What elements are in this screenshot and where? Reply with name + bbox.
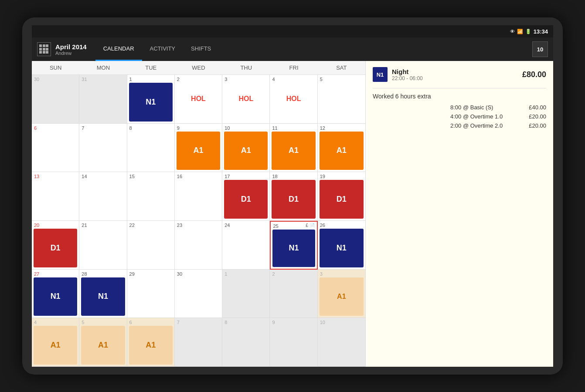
table-row[interactable]: 12 A1 bbox=[318, 124, 365, 172]
table-row[interactable]: 9 A1 bbox=[175, 124, 222, 172]
app-icon bbox=[37, 42, 51, 56]
table-row[interactable]: 8 bbox=[222, 318, 270, 367]
app-subtitle: Andrew bbox=[55, 51, 87, 56]
shift-a1: A1 bbox=[177, 132, 220, 170]
shift-header: N1 Night 22:00 - 06:00 £80.00 bbox=[373, 67, 546, 82]
earnings-icon: £ 📄 bbox=[306, 223, 314, 228]
day-sun: SUN bbox=[32, 61, 79, 74]
tab-bar: CALENDAR ACTIVITY SHIFTS bbox=[95, 37, 532, 61]
wifi-icon: 📶 bbox=[517, 29, 523, 34]
shift-info: Night 22:00 - 06:00 bbox=[392, 68, 518, 81]
table-row[interactable]: 23 bbox=[175, 221, 222, 270]
table-row[interactable]: 21 bbox=[79, 221, 127, 270]
table-row[interactable]: 17 D1 bbox=[222, 172, 270, 221]
table-row[interactable]: 2 HOL bbox=[175, 75, 222, 124]
detail-desc-2: 4:00 @ Overtime 1.0 bbox=[450, 113, 520, 120]
table-row[interactable]: 29 bbox=[127, 270, 175, 318]
table-row[interactable]: 19 D1 bbox=[318, 172, 365, 221]
day-sat: SAT bbox=[318, 61, 365, 74]
table-row[interactable]: 24 bbox=[222, 221, 270, 270]
action-bar-right: 10 bbox=[532, 41, 548, 57]
shift-a1: A1 bbox=[272, 132, 315, 170]
app-title-group: April 2014 Andrew bbox=[55, 43, 87, 56]
shift-d1: D1 bbox=[224, 180, 268, 219]
app-title: April 2014 bbox=[55, 43, 87, 51]
shift-d1: D1 bbox=[34, 229, 77, 267]
shift-d1: D1 bbox=[320, 180, 364, 219]
detail-amount-3: £20.00 bbox=[520, 122, 546, 129]
table-row[interactable]: 31 bbox=[79, 75, 127, 124]
table-row[interactable]: 27 N1 bbox=[32, 270, 79, 318]
table-row[interactable]: 8 bbox=[127, 124, 175, 172]
shift-a1-faded: A1 bbox=[129, 326, 173, 365]
detail-desc-3: 2:00 @ Overtime 2.0 bbox=[450, 122, 520, 129]
table-row[interactable]: 5 bbox=[318, 75, 365, 124]
detail-desc-1: 8:00 @ Basic (S) bbox=[450, 104, 520, 111]
detail-panel: N1 Night 22:00 - 06:00 £80.00 Worked 6 h… bbox=[366, 61, 553, 367]
table-row[interactable]: 13 bbox=[32, 172, 79, 221]
table-row[interactable]: 20 D1 bbox=[32, 221, 79, 270]
detail-amount-1: £40.00 bbox=[520, 104, 546, 111]
calendar-area: SUN MON TUE WED THU FRI SAT 30 31 1 N1 bbox=[32, 61, 366, 367]
table-row[interactable]: 10 bbox=[318, 318, 365, 367]
shift-badge: N1 bbox=[373, 67, 388, 82]
shift-name: Night bbox=[392, 68, 518, 75]
tab-activity[interactable]: ACTIVITY bbox=[142, 37, 184, 61]
main-content: SUN MON TUE WED THU FRI SAT 30 31 1 N1 bbox=[32, 61, 553, 367]
table-row[interactable]: 28 N1 bbox=[79, 270, 127, 318]
shift-n1: N1 bbox=[81, 277, 125, 316]
table-row[interactable]: 18 D1 bbox=[270, 172, 317, 221]
shift-n1: N1 bbox=[272, 230, 315, 267]
detail-amount-2: £20.00 bbox=[520, 113, 546, 120]
day-wed: WED bbox=[175, 61, 222, 74]
tab-shifts[interactable]: SHIFTS bbox=[183, 37, 219, 61]
calendar-grid: 30 31 1 N1 2 HOL 3 HOL 4 bbox=[32, 75, 365, 367]
day-tue: TUE bbox=[127, 61, 175, 74]
table-row[interactable]: 4 A1 bbox=[32, 318, 79, 367]
table-row[interactable]: 30 bbox=[32, 75, 79, 124]
eye-icon: 👁 bbox=[510, 29, 515, 34]
table-row[interactable]: 15 bbox=[127, 172, 175, 221]
table-row[interactable]: 11 A1 bbox=[270, 124, 317, 172]
table-row[interactable]: 2 bbox=[270, 270, 317, 318]
battery-icon: 🔋 bbox=[525, 29, 531, 34]
table-row[interactable]: 14 bbox=[79, 172, 127, 221]
table-row[interactable]: 6 bbox=[32, 124, 79, 172]
table-row[interactable]: 7 bbox=[79, 124, 127, 172]
device-frame: 👁 📶 🔋 13:34 April 2014 Andrew bbox=[22, 17, 563, 375]
shift-a1-faded: A1 bbox=[81, 326, 125, 365]
tab-calendar[interactable]: CALENDAR bbox=[95, 37, 142, 61]
table-row[interactable]: 1 N1 bbox=[127, 75, 175, 124]
detail-row-3: 2:00 @ Overtime 2.0 £20.00 bbox=[373, 122, 546, 129]
shift-n1: N1 bbox=[129, 83, 173, 122]
status-bar: 👁 📶 🔋 13:34 bbox=[32, 25, 553, 37]
table-row[interactable]: 26 N1 bbox=[318, 221, 365, 270]
status-time: 13:34 bbox=[534, 28, 548, 35]
shift-d1: D1 bbox=[272, 180, 315, 219]
shift-a1-faded: A1 bbox=[320, 277, 364, 316]
shift-a1: A1 bbox=[320, 132, 364, 170]
table-row[interactable]: 10 A1 bbox=[222, 124, 270, 172]
day-thu: THU bbox=[222, 61, 270, 74]
day-fri: FRI bbox=[270, 61, 317, 74]
table-row[interactable]: 5 A1 bbox=[79, 318, 127, 367]
table-row[interactable]: 7 bbox=[175, 318, 222, 367]
divider bbox=[373, 88, 546, 88]
table-row[interactable]: 3 A1 bbox=[318, 270, 365, 318]
table-row[interactable]: 6 A1 bbox=[127, 318, 175, 367]
shift-n1: N1 bbox=[34, 277, 77, 316]
table-row[interactable]: 4 HOL bbox=[270, 75, 317, 124]
detail-row-2: 4:00 @ Overtime 1.0 £20.00 bbox=[373, 113, 546, 120]
today-button[interactable]: 10 bbox=[532, 41, 548, 57]
table-row[interactable]: 22 bbox=[127, 221, 175, 270]
action-bar: April 2014 Andrew CALENDAR ACTIVITY SHIF… bbox=[32, 37, 553, 61]
worked-label: Worked 6 hours extra bbox=[373, 93, 546, 100]
detail-row-1: 8:00 @ Basic (S) £40.00 bbox=[373, 104, 546, 111]
table-row[interactable]: 1 bbox=[222, 270, 270, 318]
table-row[interactable]: 25 £ 📄 N1 bbox=[270, 221, 317, 270]
table-row[interactable]: 3 HOL bbox=[222, 75, 270, 124]
shift-time: 22:00 - 06:00 bbox=[392, 75, 518, 81]
table-row[interactable]: 16 bbox=[175, 172, 222, 221]
table-row[interactable]: 30 bbox=[175, 270, 222, 318]
table-row[interactable]: 9 bbox=[270, 318, 317, 367]
